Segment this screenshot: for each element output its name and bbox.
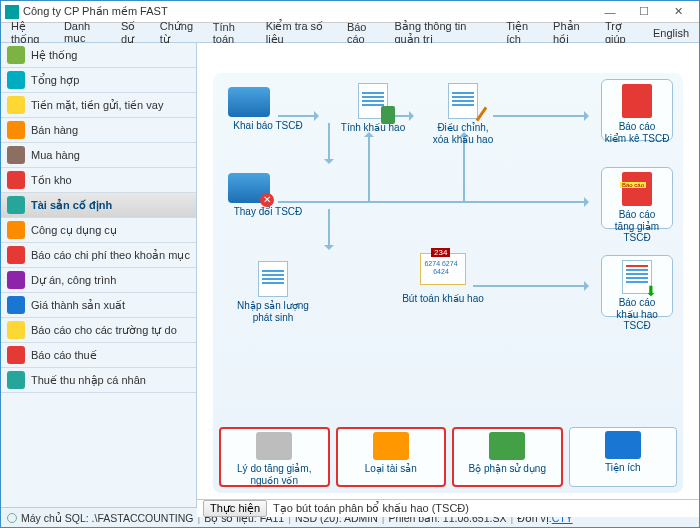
tile-label: Loại tài sản — [338, 463, 445, 475]
cog-icon — [7, 46, 25, 64]
tile-declare-asset[interactable]: Khai báo TSCĐ — [228, 87, 308, 132]
workflow-canvas: Khai báo TSCĐ Tính khấu hao Điều chỉnh, … — [213, 73, 683, 493]
sidebar-label: Công cụ dụng cụ — [31, 224, 117, 237]
menubar: Hệ thống Danh mục Số dư Chứng từ Tính to… — [1, 23, 699, 43]
tile-reason-fund[interactable]: Lý do tăng giảm, nguồn vốn — [219, 427, 330, 487]
toolbox-icon — [605, 431, 641, 459]
arrow-icon — [328, 209, 330, 249]
tile-label: Nhập sản lượng phát sinh — [228, 300, 318, 323]
tile-label: Điều chỉnh, xóa khấu hao — [423, 122, 503, 145]
sidebar-label: Tài sản cố định — [31, 199, 112, 212]
sidebar-item-project[interactable]: Dự án, công trình — [1, 268, 196, 293]
folder-change-icon — [228, 173, 270, 203]
box-icon — [7, 146, 25, 164]
tile-label: Thay đổi TSCĐ — [228, 206, 308, 218]
sidebar-item-fixed-assets[interactable]: Tài sản cố định — [1, 193, 196, 218]
sheet-pen-icon — [448, 83, 478, 119]
tile-calc-depreciation[interactable]: Tính khấu hao — [338, 83, 408, 134]
calc-icon — [7, 296, 25, 314]
stock-icon — [7, 171, 25, 189]
chart-icon — [7, 246, 25, 264]
sidebar-label: Bán hàng — [31, 124, 78, 136]
status-dot-icon — [7, 513, 17, 523]
sidebar-item-freefield-report[interactable]: Báo cáo cho các trường tự do — [1, 318, 196, 343]
folder-icon — [228, 87, 270, 117]
arrow-icon — [493, 115, 588, 117]
sidebar-label: Báo cáo thuế — [31, 349, 97, 362]
sidebar-label: Thuế thu nhập cá nhân — [31, 374, 146, 387]
tile-label: Tính khấu hao — [338, 122, 408, 134]
sidebar-label: Tồn kho — [31, 174, 72, 187]
people-icon — [489, 432, 525, 460]
report-label-icon — [622, 172, 652, 206]
sidebar-label: Tổng hợp — [31, 74, 79, 87]
bottom-row: Lý do tăng giảm, nguồn vốn Loại tài sản … — [219, 427, 677, 487]
tile-label: Báo cáo kiểm kê TSCĐ — [602, 121, 672, 144]
tile-adjust-depreciation[interactable]: Điều chỉnh, xóa khấu hao — [423, 83, 503, 145]
tile-label: Báo cáo tăng giảm TSCĐ — [602, 209, 672, 244]
tile-change-asset[interactable]: Thay đổi TSCĐ — [228, 173, 308, 218]
sidebar-label: Giá thành sản xuất — [31, 299, 125, 312]
list-download-icon: ⬇ — [622, 260, 652, 294]
sidebar-label: Báo cáo cho các trường tự do — [31, 324, 177, 337]
app-window: Công ty CP Phần mềm FAST — ☐ ✕ Hệ thống … — [0, 0, 700, 528]
arrow-icon — [278, 201, 588, 203]
sheet-icon — [258, 261, 288, 297]
sidebar-item-tools[interactable]: Công cụ dụng cụ — [1, 218, 196, 243]
person-icon — [7, 371, 25, 389]
coins-icon — [256, 432, 292, 460]
sidebar-item-cost-report[interactable]: Báo cáo chi phí theo khoản mục — [1, 243, 196, 268]
cart-icon — [7, 121, 25, 139]
tile-utilities[interactable]: Tiện ích — [569, 427, 678, 487]
tile-report-change[interactable]: Báo cáo tăng giảm TSCĐ — [601, 167, 673, 229]
tile-report-inventory[interactable]: Báo cáo kiểm kê TSCĐ — [601, 79, 673, 141]
sidebar-item-general[interactable]: Tổng hợp — [1, 68, 196, 93]
asset-icon — [7, 196, 25, 214]
sidebar-label: Mua hàng — [31, 149, 80, 161]
close-button[interactable]: ✕ — [661, 2, 695, 22]
status-server: Máy chủ SQL: .\FASTACCOUNTING — [21, 512, 194, 524]
canvas-wrap: Khai báo TSCĐ Tính khấu hao Điều chỉnh, … — [197, 43, 699, 499]
window-title: Công ty CP Phần mềm FAST — [23, 5, 593, 18]
sidebar-item-costing[interactable]: Giá thành sản xuất — [1, 293, 196, 318]
tile-department[interactable]: Bộ phận sử dụng — [452, 427, 563, 487]
sidebar-label: Hệ thống — [31, 49, 77, 62]
main-panel: Khai báo TSCĐ Tính khấu hao Điều chỉnh, … — [197, 43, 699, 507]
sidebar-item-pit[interactable]: Thuế thu nhập cá nhân — [1, 368, 196, 393]
report-icon — [7, 321, 25, 339]
sidebar-item-tax-report[interactable]: Báo cáo thuế — [1, 343, 196, 368]
tile-asset-type[interactable]: Loại tài sản — [336, 427, 447, 487]
sidebar-item-inventory[interactable]: Tồn kho — [1, 168, 196, 193]
bank-icon — [7, 96, 25, 114]
exec-bar: Thực hiện Tạo bút toán phân bổ khấu hao … — [197, 499, 699, 517]
tile-label: Khai báo TSCĐ — [228, 120, 308, 132]
execute-button[interactable]: Thực hiện — [203, 500, 267, 517]
tile-label: Tiện ích — [570, 462, 677, 474]
exec-description: Tạo bút toán phân bổ khấu hao (TSCĐ) — [273, 502, 469, 515]
building-icon — [373, 432, 409, 460]
menu-language[interactable]: English — [647, 25, 695, 41]
arrow-icon — [328, 123, 330, 163]
sidebar-item-cash[interactable]: Tiền mặt, tiền gửi, tiền vay — [1, 93, 196, 118]
content: Hệ thống Tổng hợp Tiền mặt, tiền gửi, ti… — [1, 43, 699, 507]
sidebar-label: Báo cáo chi phí theo khoản mục — [31, 249, 190, 262]
tile-label: Bộ phận sử dụng — [454, 463, 561, 475]
sidebar-item-system[interactable]: Hệ thống — [1, 43, 196, 68]
report-red-icon — [622, 84, 652, 118]
tile-report-depreciation[interactable]: ⬇Báo cáo khấu hao TSCĐ — [601, 255, 673, 317]
tile-label: Bút toán khấu hao — [393, 293, 493, 305]
app-icon — [5, 5, 19, 19]
note-lines: 6274 6274 6424 — [421, 260, 461, 275]
tile-label: Báo cáo khấu hao TSCĐ — [602, 297, 672, 332]
tax-icon — [7, 346, 25, 364]
tile-input-output[interactable]: Nhập sản lượng phát sinh — [228, 261, 318, 323]
sidebar: Hệ thống Tổng hợp Tiền mặt, tiền gửi, ti… — [1, 43, 197, 507]
arrow-icon — [368, 133, 370, 201]
tile-deprec-entry[interactable]: 6274 6274 6424Bút toán khấu hao — [393, 253, 493, 305]
book-icon — [7, 71, 25, 89]
sidebar-item-sales[interactable]: Bán hàng — [1, 118, 196, 143]
sidebar-item-purchase[interactable]: Mua hàng — [1, 143, 196, 168]
project-icon — [7, 271, 25, 289]
tile-label: Lý do tăng giảm, nguồn vốn — [221, 463, 328, 486]
sidebar-label: Tiền mặt, tiền gửi, tiền vay — [31, 99, 163, 112]
